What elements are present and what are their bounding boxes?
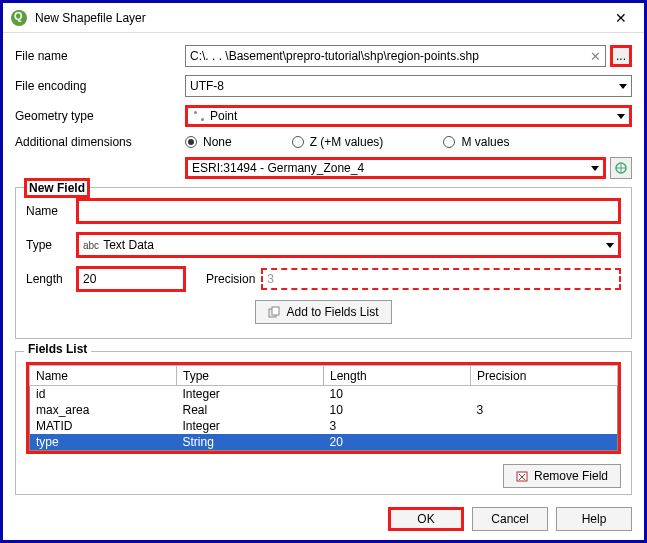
encoding-label: File encoding [15, 79, 185, 93]
nf-precision-value: 3 [267, 272, 274, 286]
add-btn-label: Add to Fields List [286, 305, 378, 319]
chevron-down-icon [606, 243, 614, 248]
add-fields-icon [268, 306, 280, 318]
nf-type-value: Text Data [103, 238, 602, 252]
ok-label: OK [417, 512, 434, 526]
radio-none[interactable]: None [185, 135, 232, 149]
file-name-input[interactable] [186, 46, 586, 66]
radio-zm-label: Z (+M values) [310, 135, 384, 149]
globe-icon [614, 161, 628, 175]
table-row[interactable]: MATIDInteger3 [30, 418, 618, 434]
nf-type-select[interactable]: abc Text Data [76, 232, 621, 258]
dimensions-label: Additional dimensions [15, 135, 185, 149]
crs-picker-button[interactable] [610, 157, 632, 179]
nf-precision-input[interactable]: 3 [261, 268, 621, 290]
radio-dot-icon [185, 136, 197, 148]
help-button[interactable]: Help [556, 507, 632, 531]
window-title: New Shapefile Layer [35, 11, 606, 25]
nf-type-label: Type [26, 238, 76, 252]
remove-field-label: Remove Field [534, 469, 608, 483]
geometry-label: Geometry type [15, 109, 185, 123]
fields-table[interactable]: Name Type Length Precision idInteger10 m… [29, 365, 618, 451]
titlebar: New Shapefile Layer ✕ [3, 3, 644, 33]
add-to-fields-button[interactable]: Add to Fields List [255, 300, 391, 324]
radio-dot-icon [292, 136, 304, 148]
close-icon[interactable]: ✕ [606, 10, 636, 26]
radio-dot-icon [443, 136, 455, 148]
chevron-down-icon [617, 114, 625, 119]
table-row[interactable]: typeString20 [30, 434, 618, 451]
nf-name-label: Name [26, 204, 76, 218]
svg-rect-2 [272, 307, 279, 315]
geometry-value: Point [210, 109, 613, 123]
file-name-label: File name [15, 49, 185, 63]
col-name[interactable]: Name [30, 366, 177, 386]
remove-field-icon [516, 470, 528, 482]
dialog-footer: OK Cancel Help [3, 499, 644, 539]
clear-icon[interactable]: ✕ [586, 49, 605, 64]
radio-none-label: None [203, 135, 232, 149]
table-row[interactable]: idInteger10 [30, 386, 618, 403]
new-field-legend: New Field [24, 178, 90, 198]
fields-list-group: Fields List Name Type Length Precision i… [15, 351, 632, 495]
encoding-value: UTF-8 [190, 79, 615, 93]
cancel-label: Cancel [491, 512, 528, 526]
encoding-select[interactable]: UTF-8 [185, 75, 632, 97]
help-label: Help [582, 512, 607, 526]
chevron-down-icon [619, 84, 627, 89]
chevron-down-icon [591, 166, 599, 171]
point-icon [192, 109, 206, 123]
radio-m[interactable]: M values [443, 135, 509, 149]
crs-value: ESRI:31494 - Germany_Zone_4 [192, 161, 587, 175]
geometry-select[interactable]: Point [185, 105, 632, 127]
cancel-button[interactable]: Cancel [472, 507, 548, 531]
col-precision[interactable]: Precision [471, 366, 618, 386]
radio-m-label: M values [461, 135, 509, 149]
app-icon [11, 10, 27, 26]
browse-button[interactable]: ... [610, 45, 632, 67]
radio-zm[interactable]: Z (+M values) [292, 135, 384, 149]
browse-ellipsis: ... [616, 49, 626, 63]
nf-name-input[interactable] [76, 198, 621, 224]
col-type[interactable]: Type [177, 366, 324, 386]
nf-length-input[interactable] [76, 266, 186, 292]
crs-select[interactable]: ESRI:31494 - Germany_Zone_4 [185, 157, 606, 179]
col-length[interactable]: Length [324, 366, 471, 386]
remove-field-button[interactable]: Remove Field [503, 464, 621, 488]
new-field-group: New Field Name Type abc Text Data Length… [15, 187, 632, 339]
table-row[interactable]: max_areaReal103 [30, 402, 618, 418]
nf-length-label: Length [26, 272, 76, 286]
fields-list-legend: Fields List [24, 342, 91, 356]
text-type-icon: abc [83, 240, 99, 251]
nf-precision-label: Precision [206, 272, 255, 286]
ok-button[interactable]: OK [388, 507, 464, 531]
